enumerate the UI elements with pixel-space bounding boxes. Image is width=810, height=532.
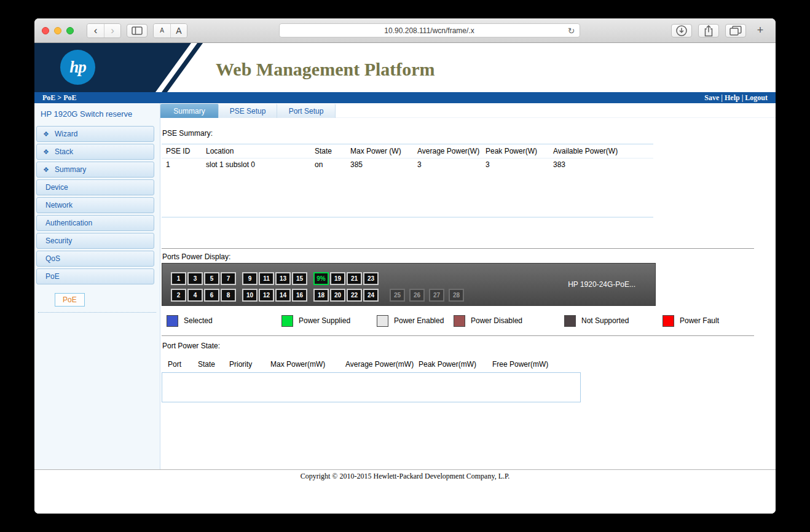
new-tab-button[interactable]: +	[752, 24, 768, 37]
pse-table-row: 1slot 1 subslot 0on38533383	[162, 158, 653, 171]
tab-summary[interactable]: Summary	[160, 104, 219, 118]
save-link[interactable]: Save	[704, 93, 719, 102]
pse-column-header: PSE ID	[162, 144, 202, 158]
port-3[interactable]: 3	[187, 272, 203, 285]
sidebar-item-label: Wizard	[55, 130, 77, 138]
section-divider-2	[162, 335, 754, 336]
sidebar-item-poe[interactable]: PoE	[36, 268, 154, 284]
back-button[interactable]: ‹	[87, 24, 104, 37]
nav-buttons: ‹ ›	[87, 23, 121, 38]
port-18[interactable]: 18	[313, 289, 329, 302]
port-16[interactable]: 16	[292, 289, 307, 302]
sidebar-item-authentication[interactable]: Authentication	[36, 215, 154, 231]
pse-table-cell: 385	[346, 158, 413, 171]
bottom-fill	[34, 482, 776, 514]
breadcrumb: PoE > PoE	[42, 93, 704, 103]
copyright-text: Copyright © 2010-2015 Hewlett-Packard De…	[301, 472, 510, 481]
port-12[interactable]: 12	[259, 289, 274, 302]
legend-swatch	[377, 315, 388, 327]
legend-label: Power Fault	[680, 316, 719, 325]
legend-item-selected: Selected	[167, 315, 281, 327]
pps-column-header: Average Power(mW)	[345, 360, 419, 369]
port-1[interactable]: 1	[171, 272, 186, 285]
port-17[interactable]: 9%	[313, 272, 329, 285]
port-13[interactable]: 13	[275, 272, 291, 285]
ports-display-title: Ports Power Display:	[162, 252, 776, 261]
close-window-button[interactable]	[42, 27, 49, 34]
font-size-buttons: A A	[153, 23, 187, 38]
pps-column-header: Free Power(mW)	[492, 360, 548, 369]
minimize-window-button[interactable]	[54, 27, 61, 34]
port-19[interactable]: 19	[330, 272, 345, 285]
pse-table-cell: 3	[413, 158, 481, 171]
browser-toolbar: ‹ › A A ↻	[34, 18, 776, 43]
pps-column-header: Port	[168, 360, 198, 369]
port-10[interactable]: 10	[242, 289, 258, 302]
port-5[interactable]: 5	[204, 272, 219, 285]
legend-item-power-enabled: Power Enabled	[377, 315, 454, 327]
content-area: SummaryPSE SetupPort Setup PSE Summary: …	[160, 103, 776, 469]
port-2[interactable]: 2	[171, 289, 186, 302]
tab-pse-setup[interactable]: PSE Setup	[219, 104, 277, 118]
port-9[interactable]: 9	[242, 272, 258, 285]
port-power-state-headers: PortStatePriorityMax Power(mW)Average Po…	[162, 360, 776, 369]
address-bar[interactable]: ↻	[279, 23, 580, 37]
pps-column-header: Max Power(mW)	[270, 360, 345, 369]
port-14[interactable]: 14	[275, 289, 291, 302]
sidebar-item-label: PoE	[45, 272, 60, 281]
sidebar-item-summary[interactable]: ❖Summary	[36, 162, 154, 178]
legend-item-power-supplied: Power Supplied	[281, 315, 377, 327]
url-input[interactable]	[280, 26, 580, 36]
port-27[interactable]: 27	[429, 289, 444, 302]
tab-overview-button[interactable]	[725, 24, 746, 37]
legend-label: Power Supplied	[299, 316, 350, 325]
pse-column-header: Average Power(W)	[413, 144, 481, 158]
port-22[interactable]: 22	[347, 289, 362, 302]
port-21[interactable]: 21	[347, 272, 362, 285]
pse-column-header: State	[310, 144, 346, 158]
sidebar-item-network[interactable]: Network	[36, 197, 154, 213]
logout-link[interactable]: Logout	[745, 93, 768, 102]
sidebar-subitem-poe[interactable]: PoE	[55, 293, 85, 307]
sidebar-item-qos[interactable]: QoS	[36, 251, 154, 267]
port-6[interactable]: 6	[204, 289, 219, 302]
share-button[interactable]	[698, 24, 719, 37]
pps-column-header: State	[198, 360, 229, 369]
port-28[interactable]: 28	[449, 289, 464, 302]
sidebar-item-wizard[interactable]: ❖Wizard	[36, 126, 154, 142]
submenu-divider	[38, 312, 156, 313]
refresh-icon[interactable]: ↻	[568, 26, 575, 36]
port-group-3: 9%19212318202224	[313, 272, 379, 302]
increase-font-button[interactable]: A	[170, 24, 187, 37]
zoom-window-button[interactable]	[66, 27, 74, 34]
port-group-2: 911131510121416	[242, 272, 307, 302]
port-7[interactable]: 7	[221, 272, 236, 285]
port-23[interactable]: 23	[363, 272, 379, 285]
tab-port-setup[interactable]: Port Setup	[277, 104, 336, 118]
port-11[interactable]: 11	[259, 272, 274, 285]
downloads-button[interactable]	[671, 24, 692, 37]
sidebar-item-device[interactable]: Device	[36, 179, 154, 195]
sidebar-item-label: Network	[45, 201, 73, 209]
port-15[interactable]: 15	[292, 272, 307, 285]
toolbar-right: +	[671, 24, 768, 37]
sidebar-item-stack[interactable]: ❖Stack	[36, 144, 154, 160]
sidebar-toggle-button[interactable]	[127, 24, 147, 37]
pse-table-cell: on	[310, 158, 346, 171]
sidebar-item-security[interactable]: Security	[36, 233, 154, 249]
extra-ports: 25262728	[390, 289, 464, 302]
port-26[interactable]: 26	[409, 289, 425, 302]
forward-button[interactable]: ›	[104, 24, 120, 37]
port-20[interactable]: 20	[330, 289, 345, 302]
pse-table-cell: 3	[481, 158, 549, 171]
port-8[interactable]: 8	[221, 289, 236, 302]
page-header: hp Web Management Platform	[34, 43, 776, 92]
decrease-font-button[interactable]: A	[154, 24, 170, 37]
pse-summary-table: PSE IDLocationStateMax Power (W)Average …	[162, 144, 653, 217]
port-4[interactable]: 4	[187, 289, 203, 302]
pse-column-header: Location	[202, 144, 310, 158]
port-24[interactable]: 24	[363, 289, 379, 302]
pse-table-cell: slot 1 subslot 0	[202, 158, 310, 171]
port-25[interactable]: 25	[390, 289, 405, 302]
help-link[interactable]: Help	[725, 93, 740, 102]
